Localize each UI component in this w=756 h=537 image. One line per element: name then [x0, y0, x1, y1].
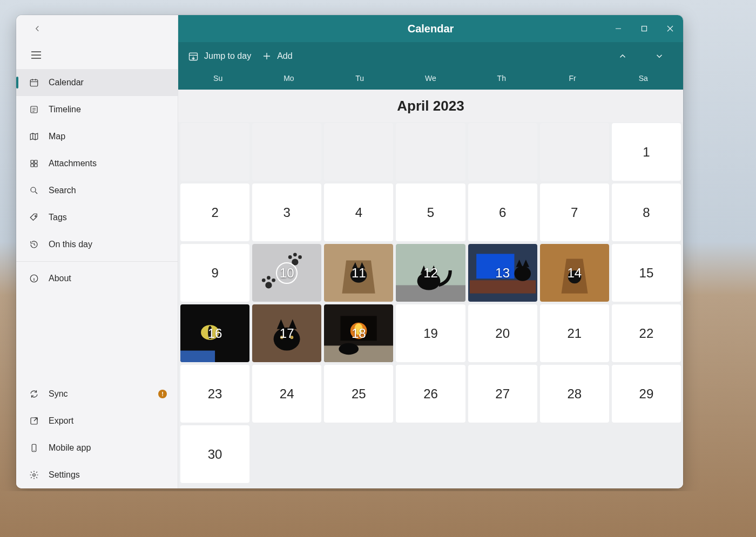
- day-number: 16: [208, 326, 222, 341]
- add-button[interactable]: Add: [262, 51, 292, 61]
- calendar-day-cell[interactable]: 8: [612, 183, 681, 241]
- day-number: 1: [643, 145, 650, 160]
- day-number: 26: [423, 386, 438, 402]
- svg-point-15: [265, 282, 272, 288]
- svg-point-57: [339, 343, 359, 355]
- calendar-day-cell[interactable]: 30: [180, 425, 249, 483]
- window-controls: [605, 15, 683, 42]
- calendar-blank-cell: [252, 123, 321, 181]
- weekday-label: Fr: [537, 70, 608, 86]
- sidebar-item-label: Export: [49, 416, 73, 426]
- app-window: Calendar Timeline Map Attachments: [16, 15, 683, 488]
- sidebar-item-map[interactable]: Map: [16, 123, 178, 150]
- sidebar-item-attachments[interactable]: Attachments: [16, 150, 178, 177]
- day-number: 22: [639, 326, 654, 341]
- day-number: 27: [495, 386, 510, 402]
- calendar-day-cell[interactable]: 27: [468, 365, 537, 423]
- day-number: 21: [567, 326, 582, 341]
- calendar-day-cell[interactable]: 28: [540, 365, 609, 423]
- sync-icon: [28, 389, 40, 399]
- calendar-day-cell[interactable]: 6: [468, 183, 537, 241]
- day-number: 14: [567, 266, 582, 281]
- calendar-jump-icon: [188, 51, 199, 62]
- calendar-day-cell[interactable]: 19: [396, 304, 465, 362]
- add-label: Add: [277, 51, 292, 61]
- calendar-day-cell[interactable]: 3: [252, 183, 321, 241]
- svg-point-18: [272, 278, 275, 282]
- window-title: Calendar: [408, 23, 454, 35]
- sidebar-item-mobile[interactable]: Mobile app: [16, 434, 178, 461]
- sidebar-item-label: About: [49, 274, 71, 283]
- calendar-day-cell[interactable]: 1: [612, 123, 681, 181]
- calendar-day-cell[interactable]: 10: [252, 244, 321, 302]
- calendar-blank-cell: [468, 123, 537, 181]
- jump-to-day-button[interactable]: Jump to day: [188, 51, 251, 62]
- calendar-day-cell[interactable]: 18: [324, 304, 393, 362]
- calendar-day-cell[interactable]: 17: [252, 304, 321, 362]
- svg-point-7: [35, 215, 36, 216]
- close-button[interactable]: [657, 15, 683, 42]
- hamburger-button[interactable]: [26, 46, 46, 64]
- sidebar-item-calendar[interactable]: Calendar: [16, 69, 178, 96]
- calendar-day-cell[interactable]: 22: [612, 304, 681, 362]
- sidebar-item-onthisday[interactable]: On this day: [16, 231, 178, 258]
- sidebar-item-label: Tags: [49, 213, 67, 222]
- weekday-label: Su: [183, 70, 253, 86]
- month-title: April 2023: [178, 90, 683, 122]
- weekday-label: Mo: [253, 70, 324, 86]
- calendar-day-cell[interactable]: 16: [180, 304, 249, 362]
- sidebar-bottom-nav: Sync ! Export Mobile app Settings: [16, 379, 178, 488]
- sidebar-item-timeline[interactable]: Timeline: [16, 96, 178, 123]
- calendar-day-cell[interactable]: 14: [540, 244, 609, 302]
- map-icon: [28, 132, 40, 141]
- svg-rect-12: [642, 26, 647, 31]
- svg-rect-4: [31, 164, 33, 167]
- day-number: 11: [352, 266, 366, 281]
- svg-point-22: [298, 255, 302, 259]
- calendar-day-cell[interactable]: 4: [324, 183, 393, 241]
- day-number: 15: [639, 266, 654, 281]
- calendar-day-cell[interactable]: 20: [468, 304, 537, 362]
- day-number: 7: [571, 205, 578, 220]
- main-content: Calendar Jump to day: [178, 15, 683, 488]
- calendar-day-cell[interactable]: 24: [252, 365, 321, 423]
- maximize-button[interactable]: [631, 15, 657, 42]
- sidebar-header: [16, 15, 178, 42]
- calendar-day-cell[interactable]: 9: [180, 244, 249, 302]
- calendar-day-cell[interactable]: 13: [468, 244, 537, 302]
- calendar-day-cell[interactable]: 7: [540, 183, 609, 241]
- sidebar-item-export[interactable]: Export: [16, 407, 178, 434]
- day-number: 30: [208, 447, 222, 462]
- sidebar-item-settings[interactable]: Settings: [16, 461, 178, 488]
- calendar-day-cell[interactable]: 23: [180, 365, 249, 423]
- sidebar-item-label: Settings: [49, 470, 80, 480]
- minimize-button[interactable]: [605, 15, 631, 42]
- calendar-day-cell[interactable]: 25: [324, 365, 393, 423]
- day-number: 13: [495, 266, 510, 281]
- calendar-day-cell[interactable]: 5: [396, 183, 465, 241]
- sidebar-item-sync[interactable]: Sync !: [16, 380, 178, 407]
- calendar-day-cell[interactable]: 2: [180, 183, 249, 241]
- svg-rect-5: [35, 164, 37, 167]
- sidebar-item-about[interactable]: About: [16, 265, 178, 292]
- calendar-day-cell[interactable]: 21: [540, 304, 609, 362]
- calendar-day-cell[interactable]: 11: [324, 244, 393, 302]
- sidebar-item-tags[interactable]: Tags: [16, 204, 178, 231]
- calendar-day-cell[interactable]: 12: [396, 244, 465, 302]
- back-button[interactable]: [27, 19, 48, 38]
- svg-rect-3: [35, 160, 37, 163]
- calendar-day-cell[interactable]: 15: [612, 244, 681, 302]
- search-icon: [28, 186, 40, 195]
- weekday-label: Tu: [325, 70, 395, 86]
- svg-rect-56: [324, 345, 393, 362]
- calendar-day-cell[interactable]: 29: [612, 365, 681, 423]
- svg-rect-0: [30, 80, 38, 86]
- calendar-day-cell[interactable]: 26: [396, 365, 465, 423]
- day-number: 20: [495, 326, 510, 341]
- next-month-button[interactable]: [646, 45, 672, 67]
- prev-month-button[interactable]: [610, 45, 636, 67]
- sidebar-item-search[interactable]: Search: [16, 177, 178, 204]
- weekday-label: Sa: [608, 70, 679, 86]
- tag-icon: [28, 213, 40, 222]
- day-number: 23: [208, 386, 222, 402]
